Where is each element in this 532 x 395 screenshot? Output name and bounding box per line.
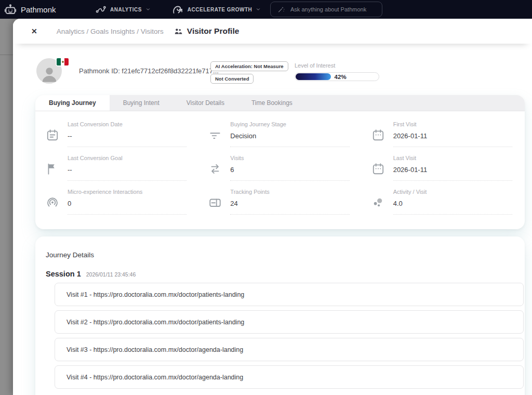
stat-label: Activity / Visit [393,189,512,195]
visit-row[interactable]: Visit #1 - https://pro.doctoralia.com.mx… [55,283,524,306]
tab-time-bookings[interactable]: Time Bookings [238,95,306,111]
status-badges: AI Acceleration: Not Measure Not Convert… [210,61,288,86]
top-nav: Pathmonk ANALYTICS ACCELERATE GROWTH [0,0,532,19]
stat-label: Buying Journey Stage [230,121,349,127]
interest-label: Level of Interest [295,62,379,69]
stat-label: Last Conversion Date [68,121,187,127]
ask-anything-button[interactable]: Ask anything about Pathmonk [270,2,382,17]
pathmonk-robot-icon [4,3,17,16]
stat-micro-experience-interactions: Micro-experience Interactions 0 [46,181,187,215]
mexico-flag-icon [57,58,69,65]
visit-row[interactable]: Visit #4 - https://pro.doctoralia.com.mx… [55,365,524,389]
breadcrumb: Analytics / Goals Insights / Visitors [57,28,164,35]
person-icon [39,63,60,84]
stat-last-conversion-goal: Last Conversion Goal -- [46,147,187,181]
chevron-down-icon [145,7,151,12]
pathmonk-id: Pathmonk ID: f21efc7712cf26f8d32221fe717… [79,67,219,75]
stat-last-conversion-date: Last Conversion Date -- [46,113,187,147]
app-window: Pathmonk ANALYTICS ACCELERATE GROWTH [0,0,532,395]
stat-visits: Visits 6 [208,147,349,181]
interest-value: 42% [335,73,347,81]
stat-last-visit: Last Visit 2026-01-11 [371,147,512,181]
stat-value: 4.0 [393,200,512,207]
interest-fill [296,73,331,80]
magic-wand-icon [277,6,285,14]
nav-accelerate-growth[interactable]: ACCELERATE GROWTH [171,3,261,16]
journey-details-card: Journey Details Session 1 2026/01/11 23:… [35,236,525,395]
accelerate-growth-icon [171,3,184,16]
panel-icon [208,196,222,209]
stat-first-visit: First Visit 2026-01-11 [371,113,512,147]
nav-menus: ANALYTICS ACCELERATE GROWTH [95,0,261,19]
level-of-interest: Level of Interest 42% [295,62,379,81]
stat-value: 6 [230,166,349,174]
tab-buying-intent[interactable]: Buying Intent [110,95,173,111]
calendar-icon [371,162,385,176]
stat-buying-journey-stage: Buying Journey Stage Decision [208,113,349,147]
interest-bar: 42% [295,72,379,81]
nav-analytics-label: ANALYTICS [110,7,142,12]
modal-header: ✕ Analytics / Goals Insights / Visitors … [13,19,532,44]
session-name: Session 1 [46,270,81,278]
nav-accelerate-label: ACCELERATE GROWTH [188,7,252,12]
stat-label: Micro-experience Interactions [68,189,187,195]
stats-card: Buying Journey Buying Intent Visitor Det… [35,95,525,229]
page-backdrop [0,19,13,395]
visit-row[interactable]: Visit #2 - https://pro.doctoralia.com.mx… [55,310,524,334]
chevron-down-icon [256,7,261,12]
stat-label: Visits [230,155,349,161]
visit-list: Visit #1 - https://pro.doctoralia.com.mx… [55,283,524,389]
stat-value: 2026-01-11 [393,132,512,140]
stat-label: Last Visit [393,155,512,161]
close-icon[interactable]: ✕ [31,28,37,35]
nav-analytics[interactable]: ANALYTICS [95,4,151,15]
visit-row[interactable]: Visit #3 - https://pro.doctoralia.com.mx… [55,338,524,361]
stat-value: -- [68,132,187,140]
brand[interactable]: Pathmonk [4,3,56,16]
repeat-icon [208,162,222,176]
analytics-path-icon [95,4,107,15]
stat-value: 0 [68,200,187,207]
ask-anything-label: Ask anything about Pathmonk [290,6,366,12]
session-timestamp: 2026/01/11 23:45:46 [86,271,136,278]
brand-name: Pathmonk [21,5,56,14]
title-group: Visitor Profile [174,27,240,36]
stat-value: Decision [230,132,349,140]
converted-status-badge: Not Converted [210,74,254,84]
stat-activity-per-visit: Activity / Visit 4.0 [371,181,512,215]
stat-label: First Visit [393,121,512,127]
stat-value: 24 [230,200,349,207]
journey-details-title: Journey Details [46,251,525,259]
tab-buying-journey[interactable]: Buying Journey [35,95,110,111]
tab-bar: Buying Journey Buying Intent Visitor Det… [35,95,525,111]
visitor-profile-modal: ✕ Analytics / Goals Insights / Visitors … [13,19,532,395]
page-title: Visitor Profile [187,27,240,36]
stat-value: 2026-01-11 [393,166,512,174]
visitors-icon [174,27,183,36]
tab-visitor-details[interactable]: Visitor Details [173,95,238,111]
broadcast-icon [46,196,59,209]
ai-acceleration-badge: AI Acceleration: Not Measure [210,61,288,71]
calendar-icon [371,128,385,142]
stat-tracking-points: Tracking Points 24 [208,181,349,215]
stat-label: Tracking Points [230,189,349,195]
session-header: Session 1 2026/01/11 23:45:46 [46,270,525,278]
stats-grid: Last Conversion Date -- Buying Journey S… [35,111,525,215]
flag-icon [46,162,59,176]
filter-lines-icon [208,128,222,142]
stat-value: -- [68,166,187,174]
calendar-note-icon [46,128,59,142]
stat-label: Last Conversion Goal [68,155,187,161]
dots-cluster-icon [371,196,385,209]
